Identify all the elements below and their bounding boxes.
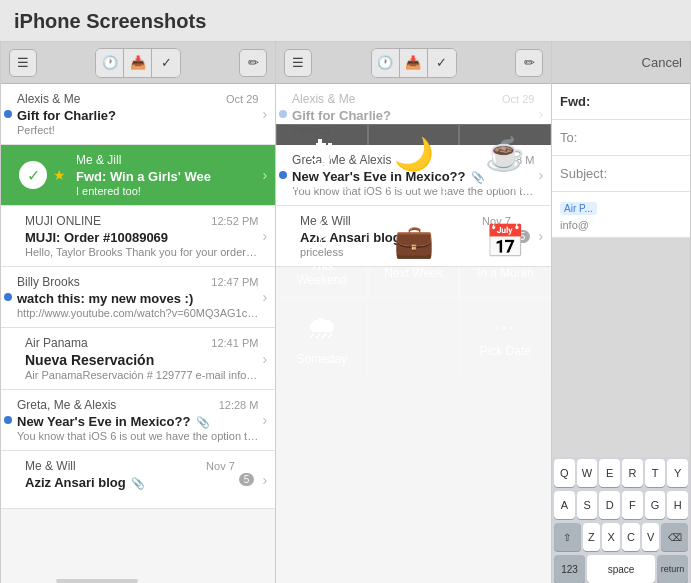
key-w[interactable]: W xyxy=(577,459,598,487)
snooze-in-a-month[interactable]: 📅 In a Month xyxy=(459,204,551,298)
mail-item[interactable]: ✓ ★ Me & Jill Fwd: Win a Girls' Wee I en… xyxy=(1,145,275,206)
compose-toolbar: Cancel xyxy=(552,42,690,84)
key-g[interactable]: G xyxy=(645,491,666,519)
snooze-overlay: ⏱ Later Today 🌙 This Evening ☕ Tomorrow … xyxy=(276,124,551,145)
mail-content: Alexis & Me Oct 29 Gift for Charlie? Per… xyxy=(11,92,258,136)
panel-2: ☰ 🕐 📥 ✓ ✏ Alexis & Me xyxy=(276,41,552,583)
inbox-button[interactable]: 📥 xyxy=(124,49,152,77)
mail-subject: New Year's Eve in Mexico?? 📎 xyxy=(17,414,258,429)
info-preview: info@ xyxy=(560,219,682,231)
dots-pick-icon: ··· xyxy=(495,317,516,338)
star-icon: ★ xyxy=(53,167,66,183)
mail-from: Alexis & Me xyxy=(292,92,355,106)
key-e[interactable]: E xyxy=(599,459,620,487)
key-shift[interactable]: ⇧ xyxy=(554,523,581,551)
key-r[interactable]: R xyxy=(622,459,643,487)
key-space[interactable]: space xyxy=(587,555,655,583)
compose-subject-field[interactable]: Subject: xyxy=(552,156,690,192)
clock-icon: ⏱ xyxy=(306,136,338,173)
mail-from: MUJI ONLINE xyxy=(25,214,101,228)
key-numbers[interactable]: 123 xyxy=(554,555,585,583)
mail-content: Greta, Me & Alexis 12:28 M New Year's Ev… xyxy=(11,398,258,442)
key-y[interactable]: Y xyxy=(667,459,688,487)
chevron-right-icon: › xyxy=(258,398,267,442)
snooze-tomorrow[interactable]: ☕ Tomorrow xyxy=(459,124,551,204)
mail-from: Me & Jill xyxy=(76,153,121,167)
mail-date: 12:28 M xyxy=(219,399,259,411)
scroll-indicator xyxy=(56,579,138,583)
mail-preview: http://www.youtube.com/watch?v=60MQ3AG1c… xyxy=(17,307,258,319)
mail-from: Greta, Me & Alexis xyxy=(17,398,116,412)
mail-item[interactable]: MUJI ONLINE 12:52 PM MUJI: Order #100890… xyxy=(1,206,275,267)
mail-content: Air Panama 12:41 PM Nueva Reservación Ai… xyxy=(19,336,258,381)
cloud-rain-icon: 🌧 xyxy=(306,309,338,346)
snooze-pick-date[interactable]: ··· Pick Date xyxy=(459,298,551,377)
key-q[interactable]: Q xyxy=(554,459,575,487)
key-delete[interactable]: ⌫ xyxy=(661,523,688,551)
mail-preview: You know that iOS 6 is out we have the o… xyxy=(17,430,258,442)
coffee-icon: ☕ xyxy=(485,135,525,173)
mail-dot xyxy=(11,336,19,381)
air-label: Air P... xyxy=(560,202,597,215)
key-t[interactable]: T xyxy=(645,459,666,487)
snooze-label: Later Today xyxy=(291,179,354,193)
snooze-label: This Weekend xyxy=(287,259,357,287)
subject-label: Subject: xyxy=(560,166,602,181)
inbox-button-2[interactable]: 📥 xyxy=(400,49,428,77)
mail-from: Billy Brooks xyxy=(17,275,80,289)
key-h[interactable]: H xyxy=(667,491,688,519)
key-v[interactable]: V xyxy=(642,523,660,551)
mail-date: 12:47 PM xyxy=(211,276,258,288)
snooze-empty: ··· xyxy=(368,298,460,377)
mail-content: Me & Jill Fwd: Win a Girls' Wee I entere… xyxy=(70,153,258,197)
clock-button[interactable]: 🕐 xyxy=(96,49,124,77)
key-return[interactable]: return xyxy=(657,555,688,583)
menu-button[interactable]: ☰ xyxy=(9,49,37,77)
mail-dot xyxy=(11,214,19,258)
to-input[interactable] xyxy=(608,130,691,145)
mail-dot xyxy=(11,459,19,500)
check-button-2[interactable]: ✓ xyxy=(428,49,456,77)
mail-item[interactable]: Billy Brooks 12:47 PM watch this: my new… xyxy=(1,267,275,328)
cancel-button[interactable]: Cancel xyxy=(642,55,682,70)
toolbar-2: ☰ 🕐 📥 ✓ ✏ xyxy=(276,42,551,84)
unread-dot xyxy=(4,110,12,118)
compose-button[interactable]: ✏ xyxy=(239,49,267,77)
key-f[interactable]: F xyxy=(622,491,643,519)
key-d[interactable]: D xyxy=(599,491,620,519)
key-x[interactable]: X xyxy=(602,523,620,551)
key-z[interactable]: Z xyxy=(583,523,601,551)
snooze-label: Someday xyxy=(297,352,348,366)
toolbar-1: ☰ 🕐 📥 ✓ ✏ xyxy=(1,42,275,84)
mail-content: MUJI ONLINE 12:52 PM MUJI: Order #100890… xyxy=(19,214,258,258)
chevron-right-icon: › xyxy=(258,167,267,183)
to-label: To: xyxy=(560,130,602,145)
mail-content: Billy Brooks 12:47 PM watch this: my new… xyxy=(11,275,258,319)
key-c[interactable]: C xyxy=(622,523,640,551)
key-a[interactable]: A xyxy=(554,491,575,519)
checkmark-icon: ✓ xyxy=(19,161,47,189)
compose-button-2[interactable]: ✏ xyxy=(515,49,543,77)
key-s[interactable]: S xyxy=(577,491,598,519)
compose-to-field[interactable]: To: xyxy=(552,120,690,156)
snooze-someday[interactable]: 🌧 Someday xyxy=(276,298,368,377)
mail-item[interactable]: Alexis & Me Oct 29 Gift for Charlie? Per… xyxy=(1,84,275,145)
calendar-icon: 📅 xyxy=(485,222,525,260)
sun-icon: ☀ xyxy=(307,215,336,253)
mail-item[interactable]: Greta, Me & Alexis 12:28 M New Year's Ev… xyxy=(1,390,275,451)
clock-button-2[interactable]: 🕐 xyxy=(372,49,400,77)
mail-subject: Gift for Charlie? xyxy=(17,108,258,123)
briefcase-icon: 💼 xyxy=(394,222,434,260)
chevron-right-icon: › xyxy=(258,214,267,258)
snooze-next-week[interactable]: 💼 Next Week xyxy=(368,204,460,298)
snooze-this-weekend[interactable]: ☀ This Weekend xyxy=(276,204,368,298)
snooze-this-evening[interactable]: 🌙 This Evening xyxy=(368,124,460,204)
mail-item[interactable]: Me & Will Nov 7 Aziz Ansari blog 📎 5 › xyxy=(1,451,275,509)
snooze-later-today[interactable]: ⏱ Later Today xyxy=(276,124,368,204)
mail-item[interactable]: Air Panama 12:41 PM Nueva Reservación Ai… xyxy=(1,328,275,390)
mail-from: Air Panama xyxy=(25,336,88,350)
subject-input[interactable] xyxy=(608,166,691,181)
check-button[interactable]: ✓ xyxy=(152,49,180,77)
menu-button-2[interactable]: ☰ xyxy=(284,49,312,77)
snooze-label: Tomorrow xyxy=(479,179,532,193)
